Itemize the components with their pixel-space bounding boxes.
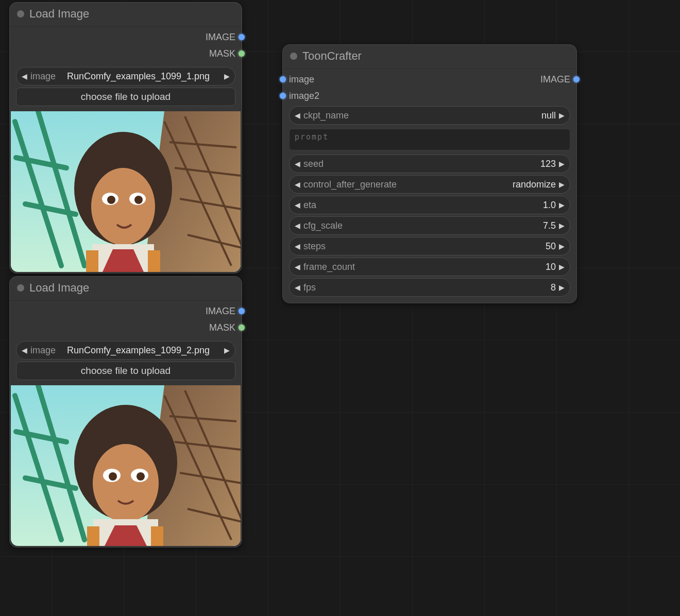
param-value: 8 [551, 282, 556, 293]
svg-rect-23 [148, 250, 160, 272]
svg-point-41 [137, 472, 145, 481]
param-label: cfg_scale [303, 220, 343, 231]
param-seed[interactable]: ◀seed123▶ [289, 155, 570, 173]
chevron-right-icon[interactable]: ▶ [559, 263, 565, 271]
svg-point-18 [107, 196, 115, 204]
svg-rect-44 [87, 526, 99, 546]
chevron-left-icon[interactable]: ◀ [22, 346, 27, 354]
upload-button[interactable]: choose file to upload [16, 88, 235, 106]
param-fps[interactable]: ◀fps8▶ [289, 278, 570, 297]
node-load-image-2[interactable]: Load Image IMAGE MASK ◀ image RunComfy_e… [9, 276, 242, 547]
svg-point-40 [109, 472, 117, 481]
ckpt-name-selector[interactable]: ◀ ckpt_name null ▶ [289, 106, 570, 125]
collapse-dot-icon[interactable] [17, 10, 24, 18]
chevron-left-icon[interactable]: ◀ [295, 160, 300, 168]
param-label: control_after_generate [303, 179, 397, 190]
param-label: fps [303, 282, 316, 293]
svg-point-15 [91, 168, 155, 245]
node-title: Load Image [29, 281, 89, 295]
chevron-right-icon[interactable]: ▶ [224, 346, 230, 354]
port-pin-icon[interactable] [239, 50, 245, 57]
param-value: 50 [546, 241, 556, 252]
output-port-mask[interactable]: MASK [16, 46, 235, 61]
port-pin-icon[interactable] [239, 34, 245, 40]
param-control-after-generate[interactable]: ◀control_after_generaterandomize▶ [289, 175, 570, 194]
output-port-mask[interactable]: MASK [16, 320, 235, 335]
chevron-right-icon[interactable]: ▶ [224, 72, 230, 80]
svg-point-19 [134, 196, 143, 204]
chevron-left-icon[interactable]: ◀ [295, 221, 300, 230]
svg-point-37 [93, 444, 159, 522]
svg-rect-45 [151, 526, 163, 546]
node-header[interactable]: Load Image [10, 277, 242, 301]
chevron-left-icon[interactable]: ◀ [295, 263, 300, 271]
chevron-right-icon[interactable]: ▶ [559, 111, 565, 119]
param-value: 123 [540, 159, 556, 169]
chevron-right-icon[interactable]: ▶ [559, 160, 565, 168]
upload-button[interactable]: choose file to upload [16, 362, 235, 380]
param-label: frame_count [303, 262, 355, 272]
port-pin-icon[interactable] [573, 76, 580, 82]
param-value: 10 [546, 262, 556, 272]
param-value: 1.0 [543, 200, 556, 211]
image-preview [11, 385, 241, 546]
image-preview [11, 111, 241, 272]
collapse-dot-icon[interactable] [290, 53, 297, 60]
param-value: randomize [513, 179, 556, 190]
chevron-left-icon[interactable]: ◀ [295, 201, 300, 209]
port-pin-icon[interactable] [239, 308, 245, 314]
port-pin-icon[interactable] [280, 76, 286, 82]
svg-rect-22 [86, 250, 98, 272]
param-label: eta [303, 200, 316, 211]
node-tooncrafter[interactable]: ToonCrafter image IMAGE image2 ◀ ckpt_na… [282, 44, 577, 303]
node-title: Load Image [29, 7, 89, 21]
param-value: 7.5 [543, 220, 556, 231]
chevron-left-icon[interactable]: ◀ [295, 283, 300, 292]
image-file-selector[interactable]: ◀ image RunComfy_examples_1099_1.png ▶ [16, 67, 235, 85]
param-steps[interactable]: ◀steps50▶ [289, 237, 570, 255]
param-eta[interactable]: ◀eta1.0▶ [289, 196, 570, 214]
param-frame-count[interactable]: ◀frame_count10▶ [289, 258, 570, 276]
collapse-dot-icon[interactable] [17, 284, 24, 292]
chevron-right-icon[interactable]: ▶ [559, 242, 565, 250]
output-port-image[interactable]: IMAGE [16, 30, 235, 44]
input-port-image[interactable]: image IMAGE [289, 72, 570, 87]
image-file-selector[interactable]: ◀ image RunComfy_examples_1099_2.png ▶ [16, 341, 235, 360]
input-port-image2[interactable]: image2 [289, 89, 570, 103]
chevron-right-icon[interactable]: ▶ [559, 180, 565, 189]
prompt-input[interactable]: prompt [289, 129, 570, 150]
chevron-left-icon[interactable]: ◀ [295, 242, 300, 250]
chevron-left-icon[interactable]: ◀ [295, 180, 300, 189]
chevron-left-icon[interactable]: ◀ [22, 72, 27, 80]
chevron-right-icon[interactable]: ▶ [559, 283, 565, 292]
port-pin-icon[interactable] [280, 93, 286, 99]
param-cfg-scale[interactable]: ◀cfg_scale7.5▶ [289, 216, 570, 235]
node-header[interactable]: Load Image [10, 3, 242, 27]
port-pin-icon[interactable] [239, 324, 245, 331]
output-port-image[interactable]: IMAGE [16, 304, 235, 318]
node-header[interactable]: ToonCrafter [283, 45, 576, 69]
param-label: seed [303, 159, 324, 169]
chevron-right-icon[interactable]: ▶ [559, 221, 565, 230]
param-label: steps [303, 241, 326, 252]
node-title: ToonCrafter [302, 49, 362, 63]
node-load-image-1[interactable]: Load Image IMAGE MASK ◀ image RunComfy_e… [9, 2, 242, 273]
chevron-right-icon[interactable]: ▶ [559, 201, 565, 209]
chevron-left-icon[interactable]: ◀ [295, 111, 300, 119]
